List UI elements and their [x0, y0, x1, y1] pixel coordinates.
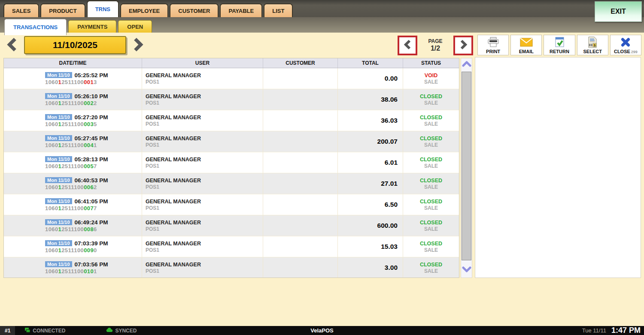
content-area: 11/10/2025 PAGE 1/2	[0, 33, 644, 326]
transaction-number: 1060125111000086	[45, 226, 142, 232]
svg-text:$: $	[594, 43, 596, 47]
status-type: SALE	[424, 184, 438, 190]
terminal-name: POS1	[146, 121, 263, 127]
transaction-time: 05:26:10 PM	[75, 93, 108, 100]
tab-employee[interactable]: EMPLOYEE	[120, 3, 168, 17]
table-row[interactable]: Mon 11/10 06:49:24 PM 1060125111000086 G…	[4, 215, 459, 236]
status-cell: CLOSED SALE	[403, 236, 459, 257]
table-row[interactable]: Mon 11/10 05:27:45 PM 1060125111000041 G…	[4, 131, 459, 152]
customer-cell	[263, 131, 338, 152]
status-type: SALE	[424, 121, 438, 127]
transaction-number: 1060125111000101	[45, 268, 142, 275]
header-total: TOTAL	[338, 58, 403, 68]
subtab-open[interactable]: OPEN	[118, 20, 152, 33]
tab-sales[interactable]: SALES	[3, 3, 39, 17]
tab-trns[interactable]: TRNS	[87, 0, 119, 17]
action-toolbar: PRINT EMAIL	[477, 35, 641, 55]
table-row[interactable]: Mon 11/10 05:28:13 PM 1060125111000057 G…	[4, 152, 459, 173]
next-page-button[interactable]	[453, 36, 473, 55]
email-icon	[520, 35, 533, 49]
total-cell: 27.01	[338, 173, 403, 194]
transaction-number: 1060125111000057	[45, 163, 142, 169]
select-button[interactable]: $ SELECT	[577, 35, 608, 55]
terminal-name: POS1	[146, 268, 263, 274]
terminal-name: POS1	[146, 79, 263, 85]
table-row[interactable]: Mon 11/10 05:26:10 PM 1060125111000022 G…	[4, 89, 459, 110]
status-date: Tue 11/11	[582, 327, 606, 334]
status-badge: CLOSED	[420, 178, 442, 184]
transaction-number: 1060125111000022	[45, 100, 142, 106]
tab-product[interactable]: PRODUCT	[40, 3, 85, 17]
status-cell: CLOSED SALE	[403, 110, 459, 131]
table-row[interactable]: Mon 11/10 05:25:52 PM 1060125111000013 G…	[4, 68, 459, 89]
status-type: SALE	[424, 163, 438, 169]
header-datetime: DATE/TIME	[4, 58, 142, 68]
subtab-payments[interactable]: PAYMENTS	[68, 20, 116, 33]
transaction-time: 05:28:13 PM	[75, 156, 108, 163]
user-name: GENERAL MANAGER	[146, 199, 263, 205]
tab-list[interactable]: LIST	[264, 3, 293, 17]
return-icon	[554, 35, 565, 49]
exit-button[interactable]: EXIT	[595, 1, 642, 22]
total-cell: 3.00	[338, 257, 403, 278]
chevron-left-icon	[403, 39, 412, 51]
terminal-name: POS1	[146, 100, 263, 106]
terminal-name: POS1	[146, 142, 263, 148]
print-button[interactable]: PRINT	[477, 35, 509, 55]
status-cell: CLOSED SALE	[403, 131, 459, 152]
user-name: GENERAL MANAGER	[146, 178, 263, 184]
status-type: SALE	[424, 205, 438, 211]
terminal-name: POS1	[146, 226, 263, 232]
transaction-number: 1060125111000090	[45, 247, 142, 254]
customer-cell	[263, 173, 338, 194]
scrollbar-thumb[interactable]	[462, 72, 471, 260]
customer-cell	[263, 215, 338, 236]
terminal-name: POS1	[146, 247, 263, 253]
date-badge: Mon 11/10	[45, 156, 72, 162]
transactions-table: DATE/TIME USER CUSTOMER TOTAL STATUS Mon…	[3, 58, 459, 278]
status-cell: CLOSED SALE	[403, 194, 459, 215]
status-bar: #1 CONNECTED SYNCED VelaPOS Tue 11/11 1:…	[0, 326, 644, 335]
total-cell: 38.06	[338, 89, 403, 110]
date-badge: Mon 11/10	[45, 93, 72, 99]
return-button[interactable]: RETURN	[544, 35, 575, 55]
customer-cell	[263, 152, 338, 173]
status-type: SALE	[424, 100, 438, 106]
scroll-up-button[interactable]	[461, 58, 472, 71]
transaction-time: 05:25:52 PM	[75, 72, 108, 78]
terminal-name: POS1	[146, 184, 263, 190]
table-row[interactable]: Mon 11/10 06:41:05 PM 1060125111000077 G…	[4, 194, 459, 215]
tab-payable[interactable]: PAYABLE	[220, 3, 262, 17]
tab-customer[interactable]: CUSTOMER	[170, 3, 219, 17]
pos-screen: SALES PRODUCT TRNS EMPLOYEE CUSTOMER PAY…	[0, 0, 644, 335]
status-time: 1:47 PM	[611, 326, 641, 335]
status-badge: VOID	[425, 72, 438, 78]
transaction-number: 1060125111000077	[45, 205, 142, 211]
status-cell: CLOSED SALE	[403, 152, 459, 173]
table-row[interactable]: Mon 11/10 05:27:20 PM 1060125111000035 G…	[4, 110, 459, 131]
sub-tab-bar: TRANSACTIONS PAYMENTS OPEN	[0, 17, 644, 33]
table-scrollbar[interactable]	[461, 58, 472, 278]
transaction-number: 1060125111000062	[45, 184, 142, 190]
transaction-number: 1060125111000013	[45, 79, 142, 85]
close-button[interactable]: CLOSE 299	[610, 35, 641, 55]
previous-date-button[interactable]	[6, 37, 18, 54]
clock-area: Tue 11/11 1:47 PM	[582, 326, 641, 335]
previous-page-button[interactable]	[398, 36, 417, 55]
user-name: GENERAL MANAGER	[146, 157, 263, 163]
status-badge: CLOSED	[420, 199, 442, 205]
email-button[interactable]: EMAIL	[510, 35, 542, 55]
table-row[interactable]: Mon 11/10 07:03:56 PM 1060125111000101 G…	[4, 257, 459, 278]
status-cell: CLOSED SALE	[403, 215, 459, 236]
user-name: GENERAL MANAGER	[146, 94, 263, 100]
date-badge: Mon 11/10	[45, 72, 72, 78]
scroll-down-button[interactable]	[461, 264, 472, 277]
table-row[interactable]: Mon 11/10 06:40:53 PM 1060125111000062 G…	[4, 173, 459, 194]
date-badge: Mon 11/10	[45, 240, 72, 246]
next-date-button[interactable]	[132, 37, 144, 54]
table-row[interactable]: Mon 11/10 07:03:39 PM 1060125111000090 G…	[4, 236, 459, 257]
user-name: GENERAL MANAGER	[146, 220, 263, 226]
date-selector-button[interactable]: 11/10/2025	[24, 36, 126, 54]
app-brand: VelaPOS	[0, 327, 644, 334]
subtab-transactions[interactable]: TRANSACTIONS	[4, 19, 67, 35]
